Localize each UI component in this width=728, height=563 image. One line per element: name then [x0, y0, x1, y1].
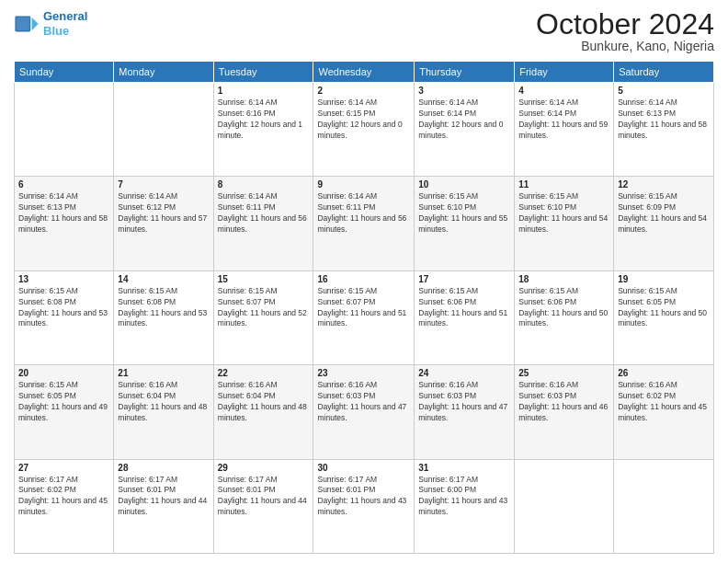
- day-number: 26: [618, 368, 710, 378]
- col-saturday: Saturday: [614, 62, 714, 83]
- logo: General Blue: [14, 9, 87, 38]
- day-number: 10: [418, 179, 510, 190]
- day-info: Sunrise: 6:15 AMSunset: 6:06 PMDaylight:…: [518, 286, 609, 330]
- calendar-cell-w4-d0: 20Sunrise: 6:15 AMSunset: 6:05 PMDayligh…: [15, 365, 114, 459]
- day-info: Sunrise: 6:15 AMSunset: 6:05 PMDaylight:…: [18, 380, 109, 424]
- calendar-cell-w1-d3: 2Sunrise: 6:14 AMSunset: 6:15 PMDaylight…: [313, 83, 415, 177]
- calendar-week-2: 6Sunrise: 6:14 AMSunset: 6:13 PMDaylight…: [15, 177, 714, 270]
- calendar-cell-w1-d5: 4Sunrise: 6:14 AMSunset: 6:14 PMDaylight…: [515, 83, 614, 177]
- svg-rect-2: [17, 17, 29, 30]
- calendar-cell-w2-d5: 11Sunrise: 6:15 AMSunset: 6:10 PMDayligh…: [515, 177, 614, 270]
- calendar-table: Sunday Monday Tuesday Wednesday Thursday…: [14, 61, 714, 554]
- day-info: Sunrise: 6:15 AMSunset: 6:07 PMDaylight:…: [317, 286, 410, 330]
- calendar-cell-w5-d3: 30Sunrise: 6:17 AMSunset: 6:01 PMDayligh…: [313, 459, 415, 553]
- day-number: 12: [618, 179, 710, 190]
- day-info: Sunrise: 6:15 AMSunset: 6:05 PMDaylight:…: [618, 286, 710, 330]
- calendar-header-row: Sunday Monday Tuesday Wednesday Thursday…: [15, 62, 714, 83]
- day-number: 24: [418, 368, 510, 378]
- day-number: 8: [218, 179, 310, 190]
- calendar-cell-w3-d2: 15Sunrise: 6:15 AMSunset: 6:07 PMDayligh…: [213, 270, 313, 364]
- month-title: October 2024: [536, 9, 714, 39]
- day-number: 16: [317, 274, 410, 284]
- day-number: 27: [18, 463, 109, 473]
- calendar-cell-w1-d2: 1Sunrise: 6:14 AMSunset: 6:16 PMDaylight…: [213, 83, 313, 177]
- calendar-cell-w1-d4: 3Sunrise: 6:14 AMSunset: 6:14 PMDaylight…: [415, 83, 515, 177]
- day-number: 6: [18, 179, 109, 190]
- day-number: 14: [118, 274, 209, 284]
- day-info: Sunrise: 6:16 AMSunset: 6:03 PMDaylight:…: [418, 380, 510, 424]
- day-number: 29: [218, 463, 310, 473]
- calendar-cell-w2-d4: 10Sunrise: 6:15 AMSunset: 6:10 PMDayligh…: [415, 177, 515, 270]
- calendar-cell-w4-d5: 25Sunrise: 6:16 AMSunset: 6:03 PMDayligh…: [515, 365, 614, 459]
- location-subtitle: Bunkure, Kano, Nigeria: [536, 39, 714, 53]
- calendar-cell-w5-d1: 28Sunrise: 6:17 AMSunset: 6:01 PMDayligh…: [114, 459, 213, 553]
- calendar-cell-w1-d0: [15, 83, 114, 177]
- col-tuesday: Tuesday: [213, 62, 313, 83]
- day-info: Sunrise: 6:16 AMSunset: 6:04 PMDaylight:…: [218, 380, 310, 424]
- calendar-cell-w4-d6: 26Sunrise: 6:16 AMSunset: 6:02 PMDayligh…: [614, 365, 714, 459]
- calendar-cell-w5-d5: [515, 459, 614, 553]
- day-number: 15: [218, 274, 310, 284]
- calendar-cell-w5-d2: 29Sunrise: 6:17 AMSunset: 6:01 PMDayligh…: [213, 459, 313, 553]
- day-number: 31: [418, 463, 510, 473]
- day-info: Sunrise: 6:16 AMSunset: 6:02 PMDaylight:…: [618, 380, 710, 424]
- day-info: Sunrise: 6:17 AMSunset: 6:01 PMDaylight:…: [118, 475, 209, 519]
- page-header: General Blue October 2024 Bunkure, Kano,…: [14, 9, 714, 53]
- day-number: 1: [218, 86, 310, 96]
- calendar-cell-w5-d4: 31Sunrise: 6:17 AMSunset: 6:00 PMDayligh…: [415, 459, 515, 553]
- calendar-cell-w3-d0: 13Sunrise: 6:15 AMSunset: 6:08 PMDayligh…: [15, 270, 114, 364]
- title-block: October 2024 Bunkure, Kano, Nigeria: [536, 9, 714, 53]
- day-number: 7: [118, 179, 209, 190]
- day-number: 21: [118, 368, 209, 378]
- calendar-cell-w4-d4: 24Sunrise: 6:16 AMSunset: 6:03 PMDayligh…: [415, 365, 515, 459]
- day-info: Sunrise: 6:16 AMSunset: 6:03 PMDaylight:…: [317, 380, 410, 424]
- calendar-cell-w3-d1: 14Sunrise: 6:15 AMSunset: 6:08 PMDayligh…: [114, 270, 213, 364]
- day-number: 2: [317, 86, 410, 96]
- logo-icon: [14, 11, 40, 37]
- day-info: Sunrise: 6:14 AMSunset: 6:12 PMDaylight:…: [118, 191, 209, 236]
- calendar-cell-w5-d6: [614, 459, 714, 553]
- day-number: 30: [317, 463, 410, 473]
- day-info: Sunrise: 6:15 AMSunset: 6:08 PMDaylight:…: [18, 286, 109, 330]
- day-number: 25: [518, 368, 609, 378]
- logo-line1: General: [43, 9, 87, 23]
- logo-text: General Blue: [43, 9, 87, 38]
- calendar-cell-w1-d6: 5Sunrise: 6:14 AMSunset: 6:13 PMDaylight…: [614, 83, 714, 177]
- calendar-cell-w2-d1: 7Sunrise: 6:14 AMSunset: 6:12 PMDaylight…: [114, 177, 213, 270]
- day-info: Sunrise: 6:14 AMSunset: 6:11 PMDaylight:…: [218, 191, 310, 236]
- day-info: Sunrise: 6:14 AMSunset: 6:14 PMDaylight:…: [518, 98, 609, 142]
- calendar-week-4: 20Sunrise: 6:15 AMSunset: 6:05 PMDayligh…: [15, 365, 714, 459]
- day-info: Sunrise: 6:15 AMSunset: 6:10 PMDaylight:…: [418, 191, 510, 236]
- svg-marker-1: [32, 17, 39, 30]
- day-info: Sunrise: 6:15 AMSunset: 6:09 PMDaylight:…: [618, 191, 710, 236]
- day-number: 11: [518, 179, 609, 190]
- day-info: Sunrise: 6:17 AMSunset: 6:00 PMDaylight:…: [418, 475, 510, 519]
- calendar-cell-w3-d3: 16Sunrise: 6:15 AMSunset: 6:07 PMDayligh…: [313, 270, 415, 364]
- day-info: Sunrise: 6:15 AMSunset: 6:10 PMDaylight:…: [518, 191, 609, 236]
- col-thursday: Thursday: [415, 62, 515, 83]
- col-wednesday: Wednesday: [313, 62, 415, 83]
- day-info: Sunrise: 6:14 AMSunset: 6:15 PMDaylight:…: [317, 98, 410, 142]
- day-info: Sunrise: 6:15 AMSunset: 6:06 PMDaylight:…: [418, 286, 510, 330]
- day-info: Sunrise: 6:14 AMSunset: 6:13 PMDaylight:…: [18, 191, 109, 236]
- day-number: 13: [18, 274, 109, 284]
- calendar-cell-w4-d1: 21Sunrise: 6:16 AMSunset: 6:04 PMDayligh…: [114, 365, 213, 459]
- day-number: 23: [317, 368, 410, 378]
- calendar-cell-w2-d6: 12Sunrise: 6:15 AMSunset: 6:09 PMDayligh…: [614, 177, 714, 270]
- day-info: Sunrise: 6:14 AMSunset: 6:13 PMDaylight:…: [618, 98, 710, 142]
- calendar-cell-w2-d3: 9Sunrise: 6:14 AMSunset: 6:11 PMDaylight…: [313, 177, 415, 270]
- col-friday: Friday: [515, 62, 614, 83]
- day-number: 18: [518, 274, 609, 284]
- day-info: Sunrise: 6:15 AMSunset: 6:07 PMDaylight:…: [218, 286, 310, 330]
- calendar-cell-w2-d2: 8Sunrise: 6:14 AMSunset: 6:11 PMDaylight…: [213, 177, 313, 270]
- calendar-cell-w2-d0: 6Sunrise: 6:14 AMSunset: 6:13 PMDaylight…: [15, 177, 114, 270]
- day-info: Sunrise: 6:14 AMSunset: 6:16 PMDaylight:…: [218, 98, 310, 142]
- calendar-week-5: 27Sunrise: 6:17 AMSunset: 6:02 PMDayligh…: [15, 459, 714, 553]
- col-monday: Monday: [114, 62, 213, 83]
- day-number: 28: [118, 463, 209, 473]
- day-info: Sunrise: 6:14 AMSunset: 6:14 PMDaylight:…: [418, 98, 510, 142]
- day-number: 4: [518, 86, 609, 96]
- calendar-cell-w4-d3: 23Sunrise: 6:16 AMSunset: 6:03 PMDayligh…: [313, 365, 415, 459]
- day-number: 20: [18, 368, 109, 378]
- calendar-week-1: 1Sunrise: 6:14 AMSunset: 6:16 PMDaylight…: [15, 83, 714, 177]
